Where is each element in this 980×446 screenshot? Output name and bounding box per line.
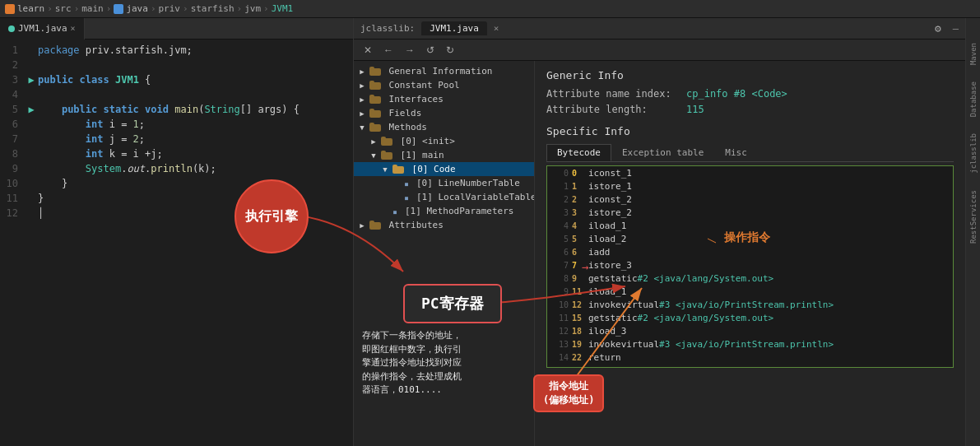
bc-line: 1422return	[547, 352, 953, 365]
pc-pointer-arrow: →	[582, 260, 588, 273]
folder-icon	[392, 165, 404, 174]
code-content[interactable]: 1 package priv.starfish.jvm; 2 3 ▶ publi…	[0, 39, 353, 446]
bytecode-area[interactable]: 00iconst_1 11istore_1 22iconst_2 33istor…	[546, 165, 954, 368]
reload2-button[interactable]: ↻	[443, 43, 457, 58]
java-icon	[114, 4, 123, 14]
attr-length-label: Attribute length:	[546, 104, 678, 115]
bc-line: 1115getstatic #2 <java/lang/System.out>	[547, 313, 953, 326]
tree-item-main[interactable]: ▼ [1] main	[354, 148, 534, 162]
jcl-title: jclasslib:	[360, 23, 415, 34]
code-line: 9 System.out.println(k);	[0, 161, 353, 176]
code-line: 1 package priv.starfish.jvm;	[0, 43, 353, 58]
editor-tab-label: JVM1.java	[18, 23, 67, 34]
file-icon	[392, 207, 402, 216]
folder-icon	[369, 109, 381, 118]
jclasslib-tool[interactable]: jclasslib	[969, 133, 978, 174]
folder-icon	[369, 81, 381, 90]
close-icon[interactable]: ×	[71, 24, 76, 33]
tree-item-constant-pool[interactable]: ▶ Constant Pool	[354, 78, 534, 92]
bc-line: 89getstatic #2 <java/lang/System.out>	[547, 273, 953, 286]
bc-line: 22iconst_2	[547, 194, 953, 207]
folder-icon	[369, 221, 381, 230]
code-line: 12 │	[0, 206, 353, 221]
code-line: 10 }	[0, 176, 353, 191]
tree-item-linenumbertable[interactable]: [0] LineNumberTable	[354, 176, 534, 190]
detail-panel: Generic Info Attribute name index: cp_in…	[535, 61, 965, 446]
file-changed-dot	[8, 26, 15, 32]
attr-name-value: cp_info #8 <Code>	[686, 88, 787, 100]
jcl-tab-bar: jclasslib: JVM1.java × ⚙ —	[354, 18, 965, 39]
bc-line: 11istore_1	[547, 181, 953, 194]
attr-name-row: Attribute name index: cp_info #8 <Code>	[546, 88, 954, 100]
folder-icon	[381, 137, 392, 146]
forward-button[interactable]: →	[402, 43, 418, 58]
reload-button[interactable]: ↺	[423, 43, 438, 58]
code-line: 7 int j = 2;	[0, 132, 353, 146]
code-line: 6 int i = 1;	[0, 117, 353, 132]
tree-label: Constant Pool	[383, 80, 460, 91]
attr-length-value: 115	[686, 104, 704, 115]
rest-services-tool[interactable]: RestServices	[969, 190, 978, 244]
code-line: 8 int k = i +j;	[0, 146, 353, 161]
file-icon	[404, 193, 414, 202]
tree-item-general[interactable]: ▶ General Information	[354, 64, 534, 78]
tab-misc[interactable]: Misc	[714, 144, 758, 161]
jcl-toolbar: ✕ ← → ↺ ↻	[354, 39, 965, 61]
maven-tool[interactable]: Maven	[969, 43, 978, 65]
tab-bytecode[interactable]: Bytecode	[546, 144, 611, 161]
attr-name-label: Attribute name index:	[546, 88, 678, 100]
tree-panel: ▶ General Information ▶ Constant Pool ▶ …	[354, 61, 535, 446]
tab-exception-table[interactable]: Exception table	[611, 144, 714, 161]
back-button[interactable]: ←	[380, 43, 397, 58]
tree-label: Attributes	[383, 220, 444, 230]
tree-label: [0] Code	[406, 164, 456, 174]
bc-line: 911iload_1	[547, 286, 953, 300]
tree-item-localvariabletable[interactable]: [1] LocalVariableTable	[354, 190, 534, 204]
code-line: 3 ▶ public class JVM1 {	[0, 72, 353, 87]
database-tool[interactable]: Database	[969, 81, 978, 117]
tree-label: [1] LocalVariableTable	[416, 192, 535, 202]
tree-item-methodparams[interactable]: [1] MethodParameters	[354, 204, 534, 218]
side-tools: Maven Database jclasslib RestServices	[965, 18, 980, 446]
tree-label: Interfaces	[383, 94, 444, 105]
bc-line: 55iload_2	[547, 234, 953, 247]
tree-label: Methods	[383, 122, 427, 132]
folder-icon	[369, 95, 381, 104]
code-line: 2	[0, 58, 353, 72]
jcl-body: ▶ General Information ▶ Constant Pool ▶ …	[354, 61, 965, 446]
editor-tab-bar: JVM1.java ×	[0, 18, 353, 39]
main-layout: JVM1.java × 1 package priv.starfish.jvm;…	[0, 18, 980, 446]
jcl-active-tab[interactable]: JVM1.java	[421, 21, 487, 35]
bc-line: 44iload_1	[547, 221, 953, 234]
bc-line: 00iconst_1	[547, 168, 953, 181]
tree-item-code[interactable]: ▼ [0] Code	[354, 162, 534, 176]
generic-info-title: Generic Info	[546, 69, 954, 81]
tree-label: Fields	[383, 108, 421, 118]
attr-length-row: Attribute length: 115	[546, 104, 954, 115]
bc-line: 66iadd	[547, 247, 953, 260]
bc-line: 1012invokevirtual #3 <java/io/PrintStrea…	[547, 300, 953, 313]
bc-line: 33istore_2	[547, 207, 953, 221]
folder-icon	[381, 151, 392, 160]
tree-label: [0] <init>	[395, 136, 455, 146]
bc-line: 1218iload_3	[547, 326, 953, 339]
project-icon	[5, 4, 15, 14]
tree-label: [0] LineNumberTable	[416, 178, 520, 188]
editor-tab-jvm1[interactable]: JVM1.java ×	[0, 18, 85, 39]
tree-item-attributes[interactable]: ▶ Attributes	[354, 218, 534, 232]
tree-item-fields[interactable]: ▶ Fields	[354, 106, 534, 120]
bc-line: 1319invokevirtual #3 <java/io/PrintStrea…	[547, 339, 953, 352]
close-button[interactable]: ✕	[360, 43, 375, 58]
breadcrumb: learn	[5, 3, 44, 14]
tree-item-methods[interactable]: ▼ Methods	[354, 120, 534, 134]
tree-item-interfaces[interactable]: ▶ Interfaces	[354, 92, 534, 106]
code-line: 11 }	[0, 191, 353, 206]
gear-icon[interactable]: ⚙	[935, 22, 941, 35]
specific-info-title: Specific Info	[546, 125, 954, 137]
bc-line-arrow: 77istore_3 →	[547, 260, 953, 273]
bytecode-tabs: Bytecode Exception table Misc	[546, 144, 954, 162]
tree-label: General Information	[383, 66, 492, 77]
tree-item-init[interactable]: ▶ [0] <init>	[354, 134, 534, 148]
jclasslib-panel: jclasslib: JVM1.java × ⚙ — ✕ ← → ↺ ↻ ▶ G…	[354, 18, 965, 446]
code-line: 5 ▶ public static void main(String[] arg…	[0, 102, 353, 117]
